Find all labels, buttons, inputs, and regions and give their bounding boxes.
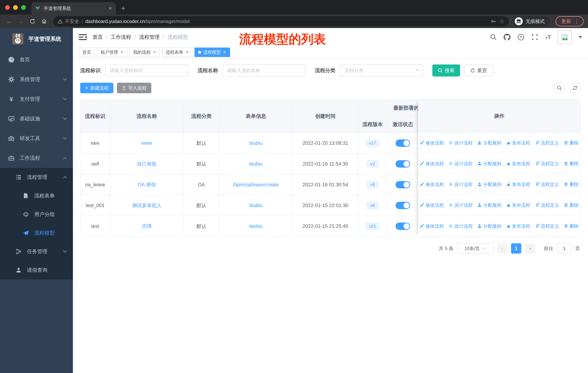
form-info-link[interactable]: biubiu [249,223,262,229]
active-toggle[interactable] [396,140,410,147]
page-size-select[interactable]: 10条/页 [457,243,494,253]
publish-process-link[interactable]: 发布流程 [506,140,530,146]
process-name-link[interactable]: 测试多审批人 [132,202,161,209]
process-definition-link[interactable]: 流程定义 [535,202,559,208]
sidebar-item-user-group[interactable]: 用户分组 [0,205,73,224]
url-bar[interactable]: 不安全 dashboard.yudao.iocoder.cn/bpm/manag… [53,16,509,26]
edit-process-link[interactable]: 修改流程 [420,202,444,208]
sidebar-item-task-management[interactable]: 任务管理 [0,242,73,261]
process-name-input[interactable] [222,64,305,77]
caret-down-icon[interactable] [578,36,582,38]
tag-process-form[interactable]: 流程表单✕ [162,48,192,57]
tag-home[interactable]: 首页 [79,48,95,57]
create-process-button[interactable]: +新建流程 [80,83,113,93]
process-definition-link[interactable]: 流程定义 [535,140,559,146]
sidebar-item-system[interactable]: 系统管理 [0,70,73,89]
tag-process-model[interactable]: 流程模型✕ [194,48,230,57]
category-select[interactable] [340,64,423,77]
assign-rule-link[interactable]: 分配规则 [477,161,501,167]
security-status[interactable]: 不安全 [58,18,79,25]
close-icon[interactable]: ✕ [120,50,124,55]
close-icon[interactable]: ✕ [185,50,189,55]
refresh-icon-button[interactable] [569,82,581,94]
assign-rule-link[interactable]: 分配规则 [477,181,501,187]
forward-icon[interactable]: → [16,18,26,25]
sidebar-fold-icon[interactable] [79,34,87,40]
import-process-button[interactable]: 导入流程 [117,83,151,93]
edit-process-link[interactable]: 修改流程 [420,181,444,187]
delete-link[interactable]: 删除 [564,161,579,167]
bookmark-star-icon[interactable]: ☆ [499,18,504,25]
process-definition-link[interactable]: 流程定义 [535,223,559,229]
active-toggle[interactable] [396,181,410,188]
form-info-link[interactable]: biubiu [249,141,262,146]
fullscreen-icon[interactable] [531,34,538,40]
active-toggle[interactable] [396,222,410,230]
active-toggle[interactable] [396,160,410,168]
delete-link[interactable]: 删除 [564,140,579,146]
close-icon[interactable]: ✕ [223,50,226,55]
home-icon[interactable] [39,18,49,24]
breadcrumb-workflow[interactable]: 工作流程 [111,34,131,40]
publish-process-link[interactable]: 发布流程 [506,181,530,187]
help-icon[interactable]: ? [517,34,524,40]
process-name-link[interactable]: eeee [141,141,152,146]
process-name-link[interactable]: 滔博 [142,223,152,230]
browser-tab[interactable]: 芋道管理系统 ✕ [31,2,116,15]
browser-menu-kebab-icon[interactable]: ⋮ [574,18,579,25]
new-tab-button[interactable]: + [121,4,125,12]
delete-link[interactable]: 删除 [564,181,579,187]
window-close-button[interactable] [5,5,10,10]
github-icon[interactable] [504,34,511,40]
page-1-button[interactable]: 1 [511,243,521,253]
search-button[interactable]: 搜索 [432,64,460,77]
goto-page-input[interactable] [557,243,572,253]
url-text[interactable]: dashboard.yudao.iocoder.cn/bpm/manager/m… [85,19,189,24]
edit-process-link[interactable]: 修改流程 [420,223,444,229]
font-size-icon[interactable]: TT [545,34,551,40]
sidebar-item-payment[interactable]: ¥ 支付管理 [0,89,73,109]
sidebar-item-devtools[interactable]: 研发工具 [0,129,73,148]
sidebar-item-workflow[interactable]: 工作流程 [0,148,73,168]
back-icon[interactable]: ← [4,18,14,25]
process-definition-link[interactable]: 流程定义 [535,181,559,187]
show-search-icon-button[interactable] [554,82,565,94]
assign-rule-link[interactable]: 分配规则 [477,140,501,146]
edit-process-link[interactable]: 修改流程 [420,140,444,146]
form-info-link[interactable]: /bpm/oa/leave/create [233,182,279,188]
breadcrumb-home[interactable]: 首页 [93,34,103,40]
process-id-input[interactable] [105,64,188,77]
delete-link[interactable]: 删除 [564,223,579,229]
tag-tenant[interactable]: 租户管理✕ [97,48,127,57]
sidebar-item-process-management[interactable]: 流程管理 [0,168,73,186]
close-icon[interactable]: ✕ [153,50,156,55]
form-info-link[interactable]: biubiu [249,161,262,167]
delete-link[interactable]: 删除 [564,202,579,208]
sidebar-item-infrastructure[interactable]: 基础设施 [0,109,73,129]
breadcrumb-process-management[interactable]: 流程管理 [139,34,160,40]
window-zoom-button[interactable] [21,5,26,10]
process-name-link[interactable]: OA 请假 [138,181,156,188]
password-key-icon[interactable] [490,18,496,24]
avatar[interactable] [558,30,572,44]
design-process-link[interactable]: 设计流程 [449,140,473,146]
assign-rule-link[interactable]: 分配规则 [477,202,501,208]
design-process-link[interactable]: 设计流程 [449,161,473,167]
publish-process-link[interactable]: 发布流程 [506,223,530,229]
form-info-link[interactable]: biubiu [249,203,262,208]
next-page-button[interactable]: › [525,243,535,253]
tab-close-icon[interactable]: ✕ [108,6,112,11]
sidebar-item-leave-query[interactable]: 请假查询 [0,261,73,279]
sidebar-item-process-model[interactable]: 流程模型 [0,224,73,242]
search-icon[interactable] [490,34,497,40]
window-minimize-button[interactable] [13,5,18,10]
prev-page-button[interactable]: ‹ [497,243,507,253]
publish-process-link[interactable]: 发布流程 [506,202,530,208]
design-process-link[interactable]: 设计流程 [449,202,473,208]
edit-process-link[interactable]: 修改流程 [420,161,444,167]
sidebar-item-process-form[interactable]: 流程表单 [0,186,73,205]
design-process-link[interactable]: 设计流程 [449,181,473,187]
update-button[interactable]: 更新 ⋮ [556,16,584,26]
reset-button[interactable]: 重置 [464,64,493,77]
assign-rule-link[interactable]: 分配规则 [477,223,501,229]
